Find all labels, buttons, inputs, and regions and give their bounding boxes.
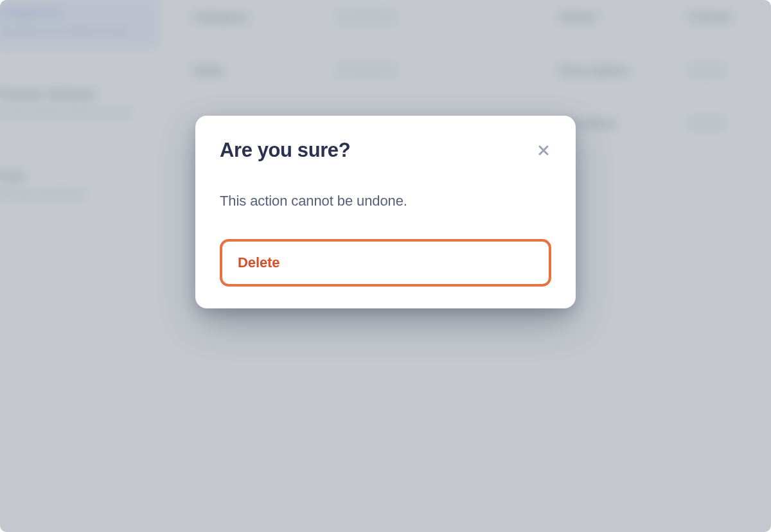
- confirm-delete-modal: Are you sure? This action cannot be undo…: [195, 116, 576, 308]
- modal-title: Are you sure?: [220, 139, 350, 162]
- modal-message: This action cannot be undone.: [220, 193, 551, 209]
- close-icon: [537, 144, 550, 157]
- modal-close-button[interactable]: [533, 140, 554, 161]
- delete-button-label: Delete: [238, 254, 279, 270]
- modal-header: Are you sure?: [220, 139, 551, 162]
- delete-button[interactable]: Delete: [220, 239, 551, 287]
